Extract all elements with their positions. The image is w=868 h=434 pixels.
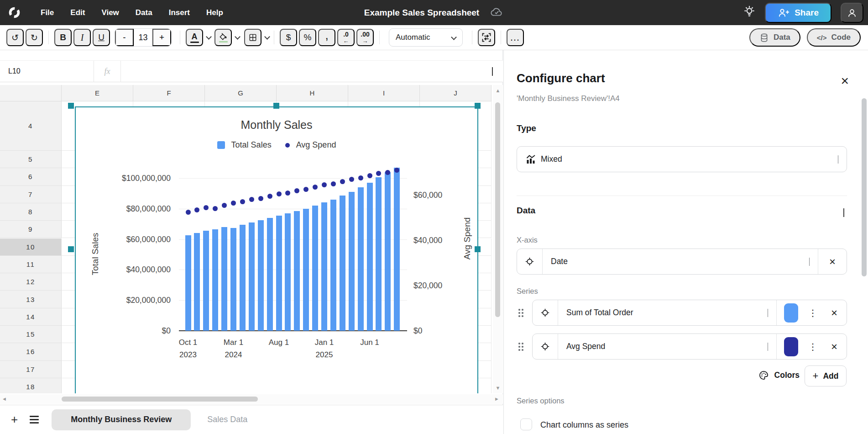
add-sheet-button[interactable]: +	[11, 413, 18, 427]
drag-handle-icon[interactable]	[518, 309, 524, 317]
theme-toggle-icon[interactable]	[743, 5, 756, 21]
chevron-down-icon[interactable]	[264, 34, 270, 40]
target-picker-icon[interactable]	[517, 249, 543, 274]
menu-file[interactable]: File	[41, 8, 54, 17]
currency-format-button[interactable]: $	[280, 29, 297, 46]
menu-help[interactable]: Help	[206, 8, 223, 17]
series-name[interactable]: Sum of Total Order	[558, 308, 765, 318]
series-name[interactable]: Avg Spend	[558, 342, 765, 351]
embedded-chart[interactable]: Monthly Sales Total SalesAvg Spend $100,…	[75, 106, 478, 393]
row-header-7[interactable]: 7	[0, 186, 62, 203]
chart-resize-handle-top-right[interactable]	[475, 103, 481, 109]
data-section-collapse-button[interactable]	[841, 208, 844, 217]
row-header-16[interactable]: 16	[0, 343, 62, 360]
chart-type-select[interactable]: Mixed	[517, 146, 847, 172]
comma-format-button[interactable]: ,	[318, 29, 335, 46]
document-title[interactable]: Example Sales Spreadsheet	[364, 8, 479, 18]
grid-corner[interactable]	[0, 85, 62, 101]
column-header-F[interactable]: F	[133, 85, 205, 101]
column-header-G[interactable]: G	[205, 85, 277, 101]
horizontal-scrollbar[interactable]: ◄ ►	[0, 394, 503, 404]
row-header-8[interactable]: 8	[0, 203, 62, 221]
row-header-11[interactable]: 11	[0, 256, 62, 273]
row-header-18[interactable]: 18	[0, 378, 62, 393]
chevron-down-icon[interactable]	[206, 34, 212, 40]
row-header-5[interactable]: 5	[0, 151, 62, 168]
x-axis-remove-button[interactable]: ×	[818, 249, 847, 274]
add-series-button[interactable]: + Add	[805, 365, 847, 386]
increase-decimal-button[interactable]: .00 →	[356, 29, 374, 46]
chevron-down-icon[interactable]	[806, 258, 810, 266]
decrease-decimal-button[interactable]: .0 ←	[337, 29, 355, 46]
menu-edit[interactable]: Edit	[70, 8, 85, 17]
bold-button[interactable]: B	[54, 29, 72, 46]
row-header-13[interactable]: 13	[0, 291, 62, 308]
column-header-J[interactable]: J	[420, 85, 492, 101]
chart-resize-handle-top-left[interactable]	[68, 103, 74, 109]
column-header-E[interactable]: E	[62, 85, 133, 101]
chart-resize-handle-top-middle[interactable]	[273, 103, 279, 109]
share-button[interactable]: Share	[765, 3, 831, 23]
chart-columns-as-series-checkbox[interactable]	[520, 418, 532, 430]
menu-insert[interactable]: Insert	[169, 8, 190, 17]
series-remove-button[interactable]: ×	[822, 334, 847, 359]
row-header-4[interactable]: 4	[0, 101, 62, 151]
number-format-select[interactable]: Automatic	[389, 28, 463, 47]
chart-resize-handle-middle-left[interactable]	[68, 246, 74, 252]
formula-bar-expand-button[interactable]	[489, 67, 493, 75]
series-options-kebab-icon[interactable]: ⋮	[804, 341, 822, 352]
row-header-17[interactable]: 17	[0, 361, 62, 378]
redo-button[interactable]: ↻	[26, 29, 43, 46]
font-size-increase-button[interactable]: +	[152, 29, 171, 46]
chevron-down-icon[interactable]	[765, 343, 768, 351]
panel-close-button[interactable]: ×	[841, 74, 849, 88]
italic-button[interactable]: I	[73, 29, 91, 46]
x-axis-value[interactable]: Date	[543, 257, 806, 266]
panel-scrollbar-thumb[interactable]	[862, 98, 867, 276]
row-header-15[interactable]: 15	[0, 326, 62, 343]
colors-button[interactable]: Colors	[758, 370, 800, 381]
percent-format-button[interactable]: %	[299, 29, 316, 46]
vertical-scrollbar-thumb[interactable]	[495, 102, 500, 317]
row-header-6[interactable]: 6	[0, 168, 62, 185]
row-header-9[interactable]: 9	[0, 221, 62, 238]
text-color-button[interactable]: A	[186, 29, 203, 46]
row-header-10[interactable]: 10	[0, 238, 62, 256]
drag-handle-icon[interactable]	[518, 343, 524, 351]
undo-button[interactable]: ↺	[6, 29, 24, 46]
chevron-down-icon[interactable]	[235, 34, 241, 40]
fill-color-button[interactable]	[214, 29, 232, 46]
target-picker-icon[interactable]	[533, 300, 558, 325]
rows-logo-icon[interactable]	[8, 6, 21, 19]
code-button[interactable]: </> Code	[807, 28, 861, 47]
scroll-up-icon[interactable]: ▲	[493, 88, 503, 93]
borders-button[interactable]	[244, 29, 261, 46]
series-color-swatch[interactable]	[784, 337, 798, 356]
account-button[interactable]	[841, 3, 863, 23]
row-header-12[interactable]: 12	[0, 273, 62, 291]
font-size-value[interactable]: 13	[134, 29, 152, 46]
cell-reference-box[interactable]: L10	[0, 67, 94, 75]
row-header-14[interactable]: 14	[0, 308, 62, 326]
menu-view[interactable]: View	[101, 8, 119, 17]
vertical-scrollbar[interactable]: ▲ ▼	[493, 85, 503, 393]
series-color-swatch[interactable]	[784, 303, 798, 323]
underline-button[interactable]: U	[93, 29, 110, 46]
series-remove-button[interactable]: ×	[822, 300, 847, 325]
sheet-tab-inactive[interactable]: Sales Data	[207, 415, 247, 424]
column-header-I[interactable]: I	[348, 85, 420, 101]
column-header-H[interactable]: H	[277, 85, 348, 101]
data-sources-button[interactable]: Data	[749, 28, 800, 47]
sheet-list-menu-icon[interactable]	[30, 416, 39, 423]
font-size-decrease-button[interactable]: -	[115, 29, 134, 46]
scroll-right-icon[interactable]: ►	[494, 396, 499, 402]
more-options-button[interactable]: …	[507, 29, 524, 46]
chevron-down-icon[interactable]	[765, 309, 768, 317]
sheet-tab-active[interactable]: Monthly Business Review	[52, 409, 191, 430]
horizontal-scrollbar-thumb[interactable]	[62, 397, 258, 402]
menu-data[interactable]: Data	[136, 8, 152, 17]
chart-resize-handle-middle-right[interactable]	[475, 246, 481, 252]
swap-range-button[interactable]	[478, 29, 495, 46]
target-picker-icon[interactable]	[533, 334, 558, 359]
series-options-kebab-icon[interactable]: ⋮	[804, 307, 822, 318]
